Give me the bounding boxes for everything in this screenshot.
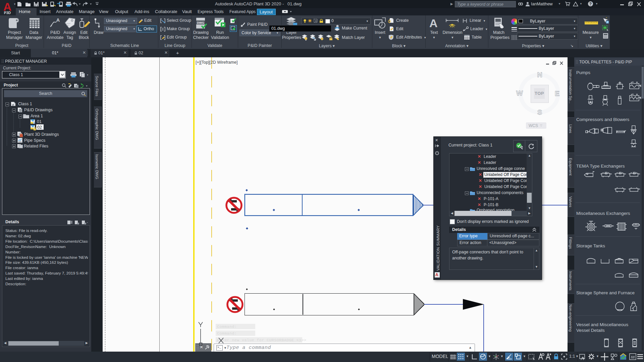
svg-text:A: A xyxy=(56,17,60,23)
svg-text:P3D: P3D xyxy=(4,11,11,15)
svg-text:?: ? xyxy=(589,2,592,6)
svg-text:DWG: DWG xyxy=(197,21,204,24)
